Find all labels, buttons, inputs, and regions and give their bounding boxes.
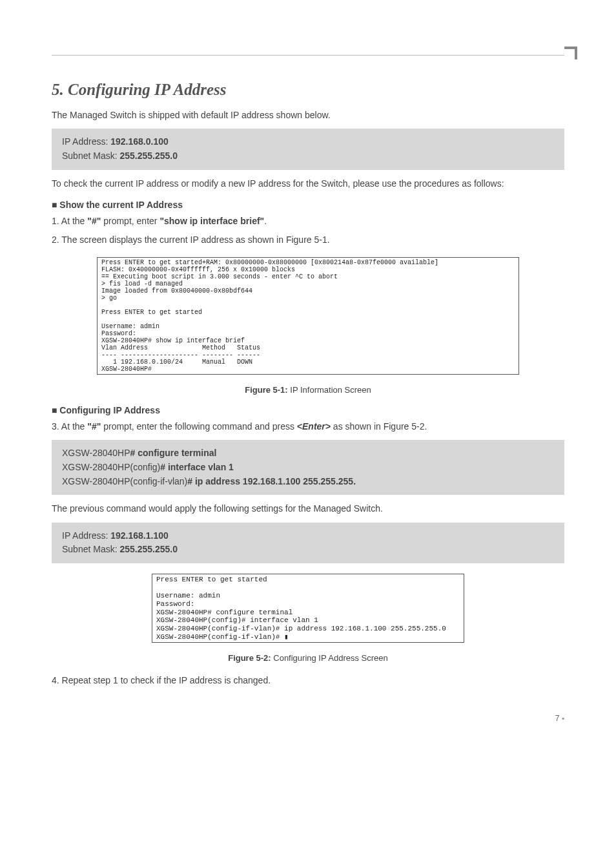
terminal-screenshot-1: Press ENTER to get started+RAM: 0x800000… <box>97 257 519 375</box>
figure-5-2-caption: Figure 5-2: Configuring IP Address Scree… <box>52 653 564 663</box>
step-2: 2. The screen displays the current IP ad… <box>52 233 564 247</box>
cmd-l2a: XGSW-28040HP(config) <box>62 462 160 472</box>
corner-mark <box>564 47 577 49</box>
step1-prompt: "#" <box>87 216 101 226</box>
step3-post: as shown in Figure 5-2. <box>331 421 427 432</box>
subhead-show-ip: Show the current IP Address <box>52 200 564 210</box>
ip-value: 192.168.0.100 <box>110 136 169 147</box>
fig1-text: IP Information Screen <box>288 385 371 395</box>
fig2-text: Configuring IP Address Screen <box>271 653 388 663</box>
new-ip-box: IP Address: 192.168.1.100 Subnet Mask: 2… <box>52 523 564 563</box>
intro-text: The Managed Switch is shipped with defau… <box>52 108 564 122</box>
step1-post: . <box>264 216 267 226</box>
step-1: 1. At the "#" prompt, enter "show ip int… <box>52 214 564 228</box>
command-box: XGSW-28040HP# configure terminal XGSW-28… <box>52 440 564 495</box>
subhead-config-ip: Configuring IP Address <box>52 405 564 415</box>
step-4: 4. Repeat step 1 to check if the IP addr… <box>52 673 564 687</box>
fig2-label: Figure 5-2: <box>228 653 271 663</box>
applied-text: The previous command would apply the fol… <box>52 501 564 516</box>
fig1-label: Figure 5-1: <box>245 385 287 395</box>
figure-5-1-caption: Figure 5-1: IP Information Screen <box>52 385 564 395</box>
step1-cmd: "show ip interface brief" <box>159 216 264 226</box>
step-3: 3. At the "#" prompt, enter the followin… <box>52 419 564 433</box>
check-text: To check the current IP address or modif… <box>52 176 564 191</box>
default-ip-box: IP Address: 192.168.0.100 Subnet Mask: 2… <box>52 129 564 169</box>
new-mask-label: Subnet Mask: <box>62 544 120 554</box>
ip-label: IP Address: <box>62 136 110 147</box>
cmd-l1a: XGSW-28040HP <box>62 448 130 458</box>
step1-pre: 1. At the <box>52 216 87 226</box>
cmd-l3a: XGSW-28040HP(config-if-vlan) <box>62 476 187 486</box>
step3-enter: <Enter> <box>297 421 331 432</box>
cmd-l2b: # interface vlan 1 <box>160 462 234 472</box>
header-rule <box>52 55 564 56</box>
cmd-l1b: # configure terminal <box>130 448 217 458</box>
new-ip-label: IP Address: <box>62 530 110 541</box>
step3-mid: prompt, enter the following command and … <box>101 421 297 432</box>
mask-label: Subnet Mask: <box>62 151 120 161</box>
step3-pre: 3. At the <box>52 421 87 432</box>
terminal-screenshot-2: Press ENTER to get started Username: adm… <box>152 574 464 643</box>
page-number: 7 <box>52 714 564 723</box>
mask-value: 255.255.255.0 <box>120 151 178 161</box>
cmd-l3b: # ip address 192.168.1.100 255.255.255. <box>187 476 356 486</box>
new-ip-value: 192.168.1.100 <box>110 530 169 541</box>
step3-prompt: "#" <box>87 421 101 432</box>
page-title: 5. Configuring IP Address <box>52 81 564 99</box>
new-mask-value: 255.255.255.0 <box>120 544 178 554</box>
step1-mid: prompt, enter <box>101 216 159 226</box>
